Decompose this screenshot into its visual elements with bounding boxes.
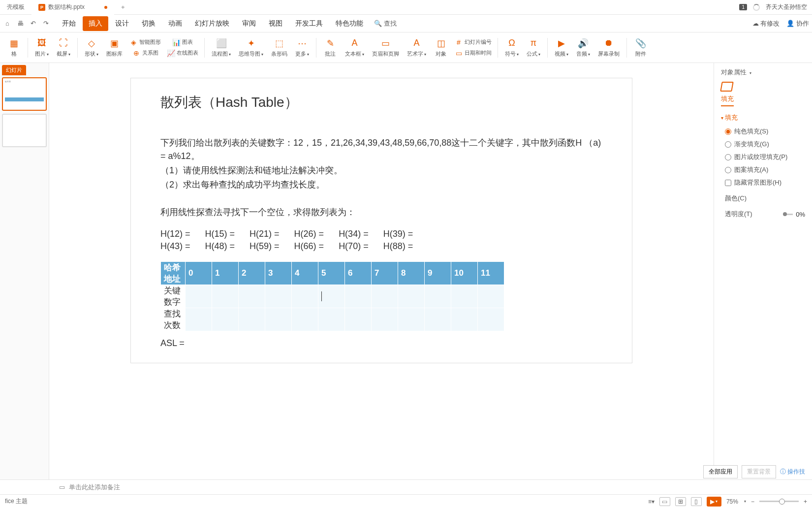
redo-icon[interactable]: ↷ — [41, 19, 50, 28]
ribbon-chart[interactable]: 📊图表 — [165, 37, 200, 47]
menu-insert[interactable]: 插入 — [83, 16, 108, 31]
hash-table[interactable]: 哈希地址 01 23 45 67 89 1011 关键数字 查找次数 — [160, 261, 504, 331]
view-reading[interactable]: ▯ — [691, 497, 702, 506]
radio-picture[interactable]: 图片或纹理填充(P) — [725, 153, 805, 161]
fill-icon[interactable] — [720, 82, 734, 92]
ribbon-gallery[interactable]: ▣图标库 — [103, 37, 125, 59]
more-icon: ⋯ — [297, 38, 308, 49]
ribbon-screenshot[interactable]: ⛶截屏▾ — [54, 37, 73, 59]
formula-block[interactable]: H(12) = H(15) = H(21) = H(26) = H(34) = … — [160, 229, 602, 252]
reset-button[interactable]: 重置背景 — [742, 465, 776, 478]
symbol-icon: Ω — [506, 38, 517, 49]
slide-body-4[interactable]: 利用线性探查法寻找下一个空位，求得散列表为： — [160, 206, 602, 219]
pptx-icon: P — [38, 4, 45, 11]
ribbon-barcode[interactable]: ⬚条形码 — [268, 37, 290, 59]
onlinechart-icon: 📈 — [167, 49, 175, 57]
ribbon-video[interactable]: ▶视频▾ — [552, 37, 571, 59]
slide-panel-tab[interactable]: 幻灯片 — [2, 65, 26, 75]
slide-content[interactable]: 散列表（Hash Table） 下列我们给出散列表的关键数字：12，15，21,… — [130, 78, 632, 363]
radio-solid[interactable]: 纯色填充(S) — [725, 127, 805, 136]
radio-gradient[interactable]: 渐变填充(G) — [725, 140, 805, 149]
ribbon-textbox[interactable]: A文本框▾ — [342, 37, 367, 59]
zoom-in[interactable]: + — [804, 498, 807, 505]
slide-body-2[interactable]: （1）请使用线性探测法和链地址法解决冲突。 — [160, 164, 602, 177]
ribbon-smartart[interactable]: ◈智能图形 — [127, 37, 163, 47]
print-icon[interactable]: 🖶 — [16, 19, 25, 28]
ribbon-attach[interactable]: 📎附件 — [631, 37, 651, 59]
collab-button[interactable]: 👤 协作 — [786, 19, 809, 28]
slide-title[interactable]: 散列表（Hash Table） — [160, 93, 602, 112]
ribbon-wordart[interactable]: A艺术字▾ — [404, 37, 429, 59]
screenrec-icon: ⏺ — [603, 38, 614, 49]
ribbon-shape[interactable]: ◇形状▾ — [82, 37, 101, 59]
zoom-out[interactable]: − — [751, 498, 754, 505]
opacity-slider[interactable] — [783, 214, 793, 215]
ribbon-symbol[interactable]: Ω符号▾ — [502, 37, 522, 59]
asl-text[interactable]: ASL = — [160, 338, 602, 349]
checkbox-hidebg[interactable]: 隐藏背景图形(H) — [725, 178, 805, 187]
tab-template[interactable]: 壳模板 — [0, 0, 31, 15]
add-tab-button[interactable]: + — [114, 3, 132, 11]
notes-placeholder: 单击此处添加备注 — [69, 483, 120, 492]
color-field[interactable]: 颜色(C) — [725, 194, 805, 203]
panel-tab-fill[interactable]: 填充 — [721, 95, 734, 106]
ribbon-mindmap[interactable]: ✦思维导图▾ — [236, 37, 266, 59]
flowchart-icon: ⬜ — [216, 38, 227, 49]
slide-body-3[interactable]: （2）求出每种查找的成功平均查找长度。 — [160, 178, 602, 191]
menu-transition[interactable]: 切换 — [136, 16, 161, 31]
video-icon: ▶ — [556, 38, 567, 49]
play-button[interactable]: ▶▾ — [707, 497, 721, 507]
chart-icon: 📊 — [172, 38, 180, 46]
status-theme: fice 主题 — [5, 497, 28, 506]
thumbnail-1[interactable]: 散列表 — [2, 77, 47, 111]
menu-review[interactable]: 审阅 — [236, 16, 262, 31]
ribbon-relation[interactable]: ⊕关系图 — [127, 48, 163, 58]
menu-view[interactable]: 视图 — [263, 16, 288, 31]
zoom-value[interactable]: 75% — [726, 498, 738, 505]
undo-icon[interactable]: ↶ — [29, 19, 37, 28]
slide-canvas[interactable]: 散列表（Hash Table） 下列我们给出散列表的关键数字：12，15，21,… — [49, 63, 714, 479]
ribbon-headerfooter[interactable]: ▭页眉和页脚 — [369, 37, 402, 59]
username[interactable]: 齐天大圣孙悟空 — [766, 3, 807, 11]
view-sorter[interactable]: ⊞ — [675, 497, 686, 506]
menu-start[interactable]: 开始 — [56, 16, 82, 31]
table-icon: ▦ — [8, 38, 19, 49]
notes-bar[interactable]: ▭ 单击此处添加备注 — [0, 479, 812, 494]
tab-file[interactable]: P 数据结构.pptx — [31, 0, 114, 15]
menu-special[interactable]: 特色功能 — [330, 16, 369, 31]
menu-slideshow[interactable]: 幻灯片放映 — [189, 16, 235, 31]
zoom-slider[interactable] — [759, 501, 799, 502]
ribbon-object[interactable]: ◫对象 — [431, 37, 451, 59]
ribbon-flowchart[interactable]: ⬜流程图▾ — [209, 37, 234, 59]
radio-pattern[interactable]: 图案填充(A) — [725, 165, 805, 174]
ribbon-screenrec[interactable]: ⏺屏幕录制 — [595, 37, 623, 59]
notification-badge[interactable]: 1 — [739, 4, 747, 10]
menu-icon[interactable]: ≡▾ — [648, 498, 655, 505]
ribbon-comment[interactable]: ✎批注 — [320, 37, 340, 59]
search-icon: 🔍 — [374, 20, 382, 27]
has-changes[interactable]: ☁ 有修改 — [752, 19, 780, 28]
menu-search[interactable]: 🔍 查找 — [374, 19, 397, 28]
home-icon[interactable]: ⌂ — [3, 19, 12, 28]
menu-devtools[interactable]: 开发工具 — [289, 16, 329, 31]
slide-body-1[interactable]: 下列我们给出散列表的关键数字：12，15，21,26,34,39,43,48,5… — [160, 136, 602, 163]
ribbon-audio[interactable]: 🔊音频▾ — [573, 37, 593, 59]
slidenum-icon: # — [455, 38, 463, 46]
menu-design[interactable]: 设计 — [109, 16, 135, 31]
ribbon-formula[interactable]: π公式▾ — [524, 37, 543, 59]
ribbon-onlinechart[interactable]: 📈在线图表 — [165, 48, 200, 58]
ribbon-slidenum[interactable]: #幻灯片编号 — [453, 37, 494, 47]
menu-animation[interactable]: 动画 — [162, 16, 188, 31]
ribbon-more[interactable]: ⋯更多▾ — [292, 37, 312, 59]
view-normal[interactable]: ▭ — [659, 497, 670, 506]
headerfooter-icon: ▭ — [380, 38, 391, 49]
ribbon-datetime[interactable]: ▭日期和时间 — [453, 48, 494, 58]
apply-all-button[interactable]: 全部应用 — [703, 465, 738, 478]
thumbnail-2[interactable] — [2, 114, 47, 147]
datetime-icon: ▭ — [455, 49, 463, 57]
notes-icon: ▭ — [59, 483, 65, 491]
ribbon-image[interactable]: 🖼图片▾ — [32, 37, 52, 59]
ribbon-table[interactable]: ▦格 — [4, 37, 24, 59]
section-fill[interactable]: 填充 — [721, 113, 805, 122]
tips-link[interactable]: ⓘ 操作技 — [780, 468, 805, 476]
